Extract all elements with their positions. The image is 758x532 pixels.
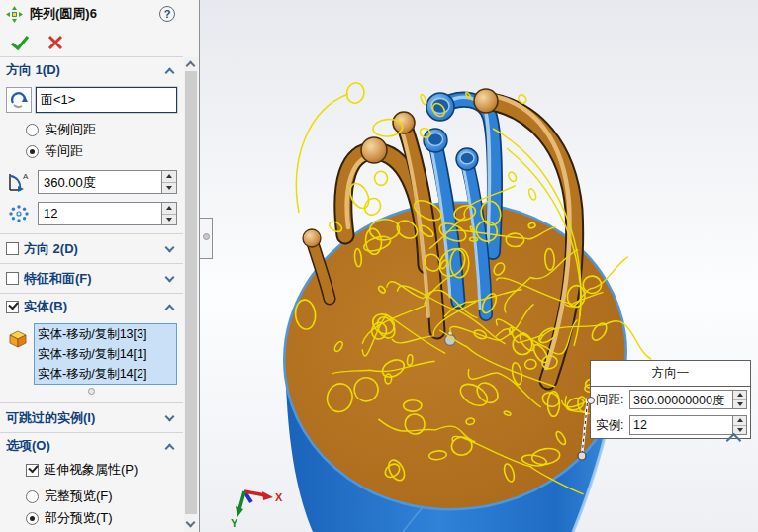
instances-spinner[interactable] (732, 415, 747, 435)
instances-label: 实例: (596, 417, 629, 434)
scroll-down-icon[interactable] (186, 518, 196, 528)
list-item[interactable]: 实体-移动/复制13[3] (35, 324, 176, 344)
cancel-button[interactable] (47, 35, 63, 50)
direction1-callout[interactable]: 方向一 间距: 360.00000000度 实例: 12 (590, 360, 751, 439)
help-icon[interactable]: ? (159, 6, 175, 22)
group-direction2: 方向 2(D) (0, 234, 183, 264)
instance-count-icon (6, 202, 32, 225)
callout-attach-point[interactable] (587, 397, 595, 404)
list-item[interactable]: 实体-移动/复制14[1] (35, 344, 176, 364)
group-direction2-header[interactable]: 方向 2(D) (0, 236, 183, 262)
angle-spinner[interactable] (162, 170, 177, 194)
panel-scrollbar[interactable] (184, 57, 198, 532)
panel-splitter-handle[interactable] (200, 218, 213, 259)
pattern-axis-icon (6, 87, 32, 113)
group-instances-to-skip: 可跳过的实例(I) (0, 403, 183, 433)
panel-titlebar: 阵列(圆周)6 ? (0, 0, 199, 28)
group-options: 选项(O) 延伸视象属性(P) 完整预览(F) 部分预览(T) (0, 433, 183, 532)
direction2-checkbox[interactable] (6, 242, 19, 255)
svg-text:A: A (23, 172, 29, 181)
group-options-label: 选项(O) (6, 437, 50, 455)
solid-body-icon (6, 327, 30, 349)
group-features-faces: 特征和面(F) (0, 264, 183, 294)
bodies-checkbox[interactable] (6, 301, 19, 313)
instance-count-spinner[interactable] (162, 202, 177, 225)
bodies-listbox[interactable]: 实体-移动/复制13[3] 实体-移动/复制14[1] 实体-移动/复制14[2… (34, 323, 177, 385)
pattern-axis-input[interactable]: 面<1> (36, 87, 177, 113)
ok-button[interactable] (10, 34, 30, 51)
angle-input[interactable]: 360.00度 (38, 170, 162, 194)
chevron-up-icon[interactable] (165, 443, 175, 453)
equal-spacing-label[interactable]: 等间距 (45, 142, 83, 160)
partial-preview-radio[interactable] (26, 512, 39, 525)
model-scene[interactable]: X Y (200, 0, 758, 532)
circular-pattern-icon (6, 6, 23, 23)
chevron-down-icon[interactable] (165, 272, 175, 282)
group-direction1-header[interactable]: 方向 1(D) (0, 57, 183, 83)
spacing-label: 间距: (596, 392, 629, 408)
partial-preview-label[interactable]: 部分预览(T) (45, 509, 113, 527)
instances-input[interactable]: 12 (629, 415, 732, 435)
property-manager-panel: 阵列(圆周)6 ? 方向 1(D) 面<1> (0, 0, 199, 532)
group-instances-to-skip-label: 可跳过的实例(I) (6, 409, 95, 427)
group-options-header[interactable]: 选项(O) (0, 433, 183, 459)
orientation-triad: X Y (231, 491, 283, 529)
callout-title: 方向一 (591, 361, 750, 387)
angle-icon: A (6, 170, 32, 194)
group-direction1: 方向 1(D) 面<1> 实例间距 等间距 (0, 57, 183, 234)
list-item[interactable]: 实体-移动/复制14[2] (35, 364, 176, 384)
triad-x-label: X (275, 491, 283, 503)
spacing-input[interactable]: 360.00000000度 (629, 390, 732, 409)
group-direction1-label: 方向 1(D) (6, 61, 60, 79)
group-direction2-label: 方向 2(D) (24, 240, 78, 258)
features-faces-checkbox[interactable] (6, 272, 19, 285)
chevron-down-icon[interactable] (165, 242, 175, 252)
instance-count-input[interactable]: 12 (38, 202, 162, 225)
propagate-visual-label[interactable]: 延伸视象属性(P) (44, 461, 138, 479)
viewport-3d[interactable]: X Y 方向一 间距: 360.00000000度 实例: 12 (199, 0, 758, 532)
instance-spacing-label[interactable]: 实例间距 (45, 121, 96, 138)
panel-title: 阵列(圆周)6 (30, 5, 97, 23)
group-bodies: 实体(B) 实体-移动/复制13[3] 实体-移动/复制14[1] 实体-移动/… (0, 294, 183, 403)
full-preview-radio[interactable] (26, 490, 39, 503)
group-bodies-header[interactable]: 实体(B) (0, 294, 183, 319)
spacing-spinner[interactable] (732, 390, 747, 409)
scrollbar-thumb[interactable] (185, 71, 197, 514)
scroll-up-icon[interactable] (186, 61, 196, 71)
chevron-up-icon[interactable] (165, 67, 175, 77)
group-instances-to-skip-header[interactable]: 可跳过的实例(I) (0, 405, 183, 431)
group-features-faces-label: 特征和面(F) (24, 270, 92, 288)
chevron-down-icon[interactable] (165, 411, 175, 421)
full-preview-label[interactable]: 完整预览(F) (45, 488, 113, 505)
group-features-faces-header[interactable]: 特征和面(F) (0, 266, 183, 292)
group-bodies-label: 实体(B) (24, 298, 67, 315)
listbox-resize-handle[interactable] (88, 388, 95, 395)
chevron-up-icon[interactable] (165, 304, 175, 313)
propagate-visual-checkbox[interactable] (26, 464, 39, 477)
triad-y-label: Y (231, 517, 238, 529)
equal-spacing-radio[interactable] (26, 145, 39, 158)
instance-spacing-radio[interactable] (26, 124, 39, 136)
